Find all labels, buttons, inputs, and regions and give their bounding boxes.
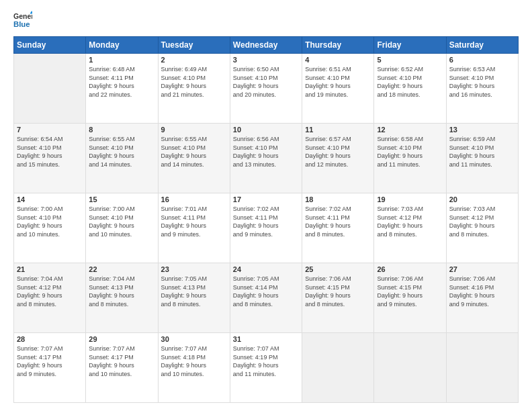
day-number: 17	[233, 195, 299, 203]
day-number: 10	[233, 126, 299, 134]
calendar-cell	[302, 333, 374, 403]
page: GeneralBlue SundayMondayTuesdayWednesday…	[0, 0, 532, 411]
cell-info: Sunrise: 7:07 AM Sunset: 4:17 PM Dayligh…	[89, 345, 154, 378]
day-number: 7	[17, 126, 83, 134]
calendar-cell	[446, 333, 518, 403]
cell-info: Sunrise: 6:55 AM Sunset: 4:10 PM Dayligh…	[161, 135, 227, 169]
day-number: 19	[377, 195, 443, 203]
calendar-cell: 13Sunrise: 6:59 AM Sunset: 4:10 PM Dayli…	[446, 124, 518, 193]
calendar-cell: 29Sunrise: 7:07 AM Sunset: 4:17 PM Dayli…	[86, 333, 158, 403]
cell-info: Sunrise: 6:51 AM Sunset: 4:10 PM Dayligh…	[305, 65, 371, 99]
day-number: 21	[17, 265, 83, 273]
calendar-cell: 21Sunrise: 7:04 AM Sunset: 4:12 PM Dayli…	[14, 263, 86, 333]
weekday-header-friday: Friday	[374, 37, 446, 54]
calendar-cell: 19Sunrise: 7:03 AM Sunset: 4:12 PM Dayli…	[374, 193, 446, 263]
cell-info: Sunrise: 7:04 AM Sunset: 4:13 PM Dayligh…	[89, 275, 154, 308]
day-number: 8	[89, 126, 154, 134]
logo: GeneralBlue	[13, 11, 32, 30]
calendar-cell: 20Sunrise: 7:03 AM Sunset: 4:12 PM Dayli…	[446, 193, 518, 263]
calendar-cell	[14, 54, 86, 124]
calendar-cell: 7Sunrise: 6:54 AM Sunset: 4:10 PM Daylig…	[14, 124, 86, 193]
day-number: 2	[161, 56, 227, 64]
day-number: 18	[305, 195, 371, 203]
calendar-cell: 22Sunrise: 7:04 AM Sunset: 4:13 PM Dayli…	[86, 263, 158, 333]
cell-info: Sunrise: 6:59 AM Sunset: 4:10 PM Dayligh…	[449, 135, 515, 169]
day-number: 14	[17, 195, 83, 203]
calendar-cell: 27Sunrise: 7:06 AM Sunset: 4:16 PM Dayli…	[446, 263, 518, 333]
weekday-header-tuesday: Tuesday	[158, 37, 230, 54]
day-number: 4	[305, 56, 371, 64]
day-number: 24	[233, 265, 299, 273]
day-number: 15	[89, 195, 154, 203]
cell-info: Sunrise: 7:00 AM Sunset: 4:10 PM Dayligh…	[17, 205, 83, 238]
cell-info: Sunrise: 7:01 AM Sunset: 4:11 PM Dayligh…	[161, 205, 227, 238]
cell-info: Sunrise: 7:06 AM Sunset: 4:15 PM Dayligh…	[305, 275, 371, 308]
day-number: 28	[17, 335, 83, 343]
calendar-cell: 9Sunrise: 6:55 AM Sunset: 4:10 PM Daylig…	[158, 124, 230, 193]
calendar-cell: 11Sunrise: 6:57 AM Sunset: 4:10 PM Dayli…	[302, 124, 374, 193]
day-number: 13	[449, 126, 515, 134]
calendar-cell: 14Sunrise: 7:00 AM Sunset: 4:10 PM Dayli…	[14, 193, 86, 263]
cell-info: Sunrise: 7:03 AM Sunset: 4:12 PM Dayligh…	[377, 205, 443, 238]
cell-info: Sunrise: 6:50 AM Sunset: 4:10 PM Dayligh…	[233, 65, 299, 99]
day-number: 31	[233, 335, 299, 343]
day-number: 25	[305, 265, 371, 273]
calendar-cell: 24Sunrise: 7:05 AM Sunset: 4:14 PM Dayli…	[230, 263, 302, 333]
cell-info: Sunrise: 7:04 AM Sunset: 4:12 PM Dayligh…	[17, 275, 83, 308]
calendar-cell: 4Sunrise: 6:51 AM Sunset: 4:10 PM Daylig…	[302, 54, 374, 124]
day-number: 30	[161, 335, 227, 343]
cell-info: Sunrise: 6:48 AM Sunset: 4:11 PM Dayligh…	[89, 65, 154, 99]
cell-info: Sunrise: 7:07 AM Sunset: 4:18 PM Dayligh…	[161, 345, 227, 378]
calendar-cell: 2Sunrise: 6:49 AM Sunset: 4:10 PM Daylig…	[158, 54, 230, 124]
calendar-cell: 26Sunrise: 7:06 AM Sunset: 4:15 PM Dayli…	[374, 263, 446, 333]
day-number: 23	[161, 265, 227, 273]
cell-info: Sunrise: 6:54 AM Sunset: 4:10 PM Dayligh…	[17, 135, 83, 169]
day-number: 26	[377, 265, 443, 273]
calendar-cell: 5Sunrise: 6:52 AM Sunset: 4:10 PM Daylig…	[374, 54, 446, 124]
day-number: 20	[449, 195, 515, 203]
cell-info: Sunrise: 6:58 AM Sunset: 4:10 PM Dayligh…	[377, 135, 443, 169]
cell-info: Sunrise: 7:07 AM Sunset: 4:17 PM Dayligh…	[17, 345, 83, 378]
cell-info: Sunrise: 6:57 AM Sunset: 4:10 PM Dayligh…	[305, 135, 371, 169]
calendar-week-5: 28Sunrise: 7:07 AM Sunset: 4:17 PM Dayli…	[14, 333, 519, 403]
cell-info: Sunrise: 7:02 AM Sunset: 4:11 PM Dayligh…	[233, 205, 299, 238]
day-number: 6	[449, 56, 515, 64]
calendar-cell: 30Sunrise: 7:07 AM Sunset: 4:18 PM Dayli…	[158, 333, 230, 403]
calendar-cell: 25Sunrise: 7:06 AM Sunset: 4:15 PM Dayli…	[302, 263, 374, 333]
weekday-header-row: SundayMondayTuesdayWednesdayThursdayFrid…	[14, 37, 519, 54]
svg-text:General: General	[13, 12, 32, 20]
svg-text:Blue: Blue	[13, 20, 30, 28]
cell-info: Sunrise: 7:06 AM Sunset: 4:15 PM Dayligh…	[377, 275, 443, 308]
cell-info: Sunrise: 6:52 AM Sunset: 4:10 PM Dayligh…	[377, 65, 443, 99]
day-number: 22	[89, 265, 154, 273]
day-number: 29	[89, 335, 154, 343]
calendar-cell: 15Sunrise: 7:00 AM Sunset: 4:10 PM Dayli…	[86, 193, 158, 263]
day-number: 5	[377, 56, 443, 64]
cell-info: Sunrise: 7:03 AM Sunset: 4:12 PM Dayligh…	[449, 205, 515, 238]
cell-info: Sunrise: 7:05 AM Sunset: 4:13 PM Dayligh…	[161, 275, 227, 308]
calendar-week-3: 14Sunrise: 7:00 AM Sunset: 4:10 PM Dayli…	[14, 193, 519, 263]
cell-info: Sunrise: 7:06 AM Sunset: 4:16 PM Dayligh…	[449, 275, 515, 308]
calendar-cell: 3Sunrise: 6:50 AM Sunset: 4:10 PM Daylig…	[230, 54, 302, 124]
calendar: SundayMondayTuesdayWednesdayThursdayFrid…	[13, 36, 519, 403]
weekday-header-saturday: Saturday	[446, 37, 518, 54]
cell-info: Sunrise: 7:07 AM Sunset: 4:19 PM Dayligh…	[233, 345, 299, 378]
calendar-cell: 10Sunrise: 6:56 AM Sunset: 4:10 PM Dayli…	[230, 124, 302, 193]
day-number: 16	[161, 195, 227, 203]
calendar-cell: 18Sunrise: 7:02 AM Sunset: 4:11 PM Dayli…	[302, 193, 374, 263]
day-number: 11	[305, 126, 371, 134]
calendar-cell: 1Sunrise: 6:48 AM Sunset: 4:11 PM Daylig…	[86, 54, 158, 124]
cell-info: Sunrise: 7:05 AM Sunset: 4:14 PM Dayligh…	[233, 275, 299, 308]
cell-info: Sunrise: 7:02 AM Sunset: 4:11 PM Dayligh…	[305, 205, 371, 238]
calendar-cell: 12Sunrise: 6:58 AM Sunset: 4:10 PM Dayli…	[374, 124, 446, 193]
weekday-header-wednesday: Wednesday	[230, 37, 302, 54]
calendar-cell: 17Sunrise: 7:02 AM Sunset: 4:11 PM Dayli…	[230, 193, 302, 263]
header: GeneralBlue	[13, 11, 519, 30]
calendar-week-1: 1Sunrise: 6:48 AM Sunset: 4:11 PM Daylig…	[14, 54, 519, 124]
weekday-header-thursday: Thursday	[302, 37, 374, 54]
cell-info: Sunrise: 6:55 AM Sunset: 4:10 PM Dayligh…	[89, 135, 154, 169]
cell-info: Sunrise: 7:00 AM Sunset: 4:10 PM Dayligh…	[89, 205, 154, 238]
day-number: 27	[449, 265, 515, 273]
cell-info: Sunrise: 6:49 AM Sunset: 4:10 PM Dayligh…	[161, 65, 227, 99]
calendar-week-2: 7Sunrise: 6:54 AM Sunset: 4:10 PM Daylig…	[14, 124, 519, 193]
